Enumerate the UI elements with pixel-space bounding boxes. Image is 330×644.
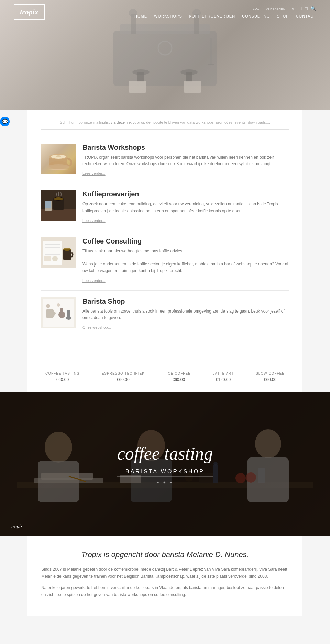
service-koffie-readmore[interactable]: Lees verder... [82, 218, 106, 223]
consulting-img-bg [41, 237, 76, 268]
service-koffieproeverijen: Koffieproeverijen Op zoek naar een leuke… [41, 183, 289, 230]
svg-rect-6 [210, 38, 212, 65]
service-koffie-desc: Op zoek naar een leuke teambuilding, act… [82, 201, 289, 214]
nav-utility: LOG AFREKENEN 0 [253, 7, 294, 10]
subscribe-text-after: voor op de hoogte te blijven van data wo… [132, 120, 270, 124]
svg-rect-45 [67, 310, 70, 319]
hero-section: tropix LOG AFREKENEN 0 f □ 🔍 HOME WORKSH… [0, 0, 330, 110]
service-consulting: Coffee Consulting Til uw zaak naar nieuw… [41, 230, 289, 291]
svg-rect-9 [129, 81, 146, 93]
nav-contact[interactable]: CONTACT [296, 14, 316, 18]
workshop-latte-art-name: LATTE ART [213, 372, 234, 375]
about-para1: Sinds 2007 is Melanie gebeten door de ko… [41, 566, 289, 580]
latte-art-svg [45, 146, 72, 172]
shop-img-bg [41, 297, 76, 328]
workshop-coffee-tasting-price: €60.00 [45, 377, 80, 382]
logo-text: tropix [20, 8, 38, 16]
service-shop-content: Barista Shop Alle barista tools om zowel… [82, 297, 289, 330]
service-shop: Barista Shop Alle barista tools om zowel… [41, 291, 289, 337]
workshop-ice-coffee[interactable]: ICE COFFEE €60.00 [167, 372, 191, 382]
about-section: Tropix is opgericht door barista Melanie… [28, 536, 302, 616]
svg-point-47 [57, 303, 60, 307]
service-shop-image [41, 297, 76, 328]
workshop-slow-coffee[interactable]: SLOW COFFEE €60.00 [256, 372, 285, 382]
main-content: Schrijf u in op onze mailinglist via dez… [28, 110, 302, 347]
service-consulting-title: Coffee Consulting [82, 237, 289, 245]
instagram-icon[interactable]: □ [305, 6, 308, 11]
service-shop-desc: Alle barista tools om zowel thuis alsook… [82, 308, 289, 321]
service-barista-workshops: Barista Workshops TROPIX organiseert bar… [41, 137, 289, 183]
workshops-strip: COFFEE TASTING €60.00 ESPRESSO TECHNIEK … [28, 361, 302, 392]
svg-rect-41 [46, 309, 54, 317]
nav-right: LOG AFREKENEN 0 f □ 🔍 HOME WORKSHOPS KOF… [134, 6, 316, 18]
nav-koffieproeverijen[interactable]: KOFFIEPROEVERIJEN [189, 14, 235, 18]
koffie-img-bg [41, 190, 76, 221]
search-icon[interactable]: 🔍 [310, 6, 316, 11]
service-consulting-content: Coffee Consulting Til uw zaak naar nieuw… [82, 237, 289, 283]
workshop-latte-art-price: €120.00 [213, 377, 234, 382]
service-koffie-title: Koffieproeverijen [82, 190, 289, 198]
workshop-coffee-tasting-name: COFFEE TASTING [45, 372, 80, 375]
workshop-slow-coffee-price: €60.00 [256, 377, 285, 382]
about-para2: Na enkele jaren gewerkt te hebben in ver… [41, 584, 289, 598]
banner-subtitle: BARISTA WORKSHOP [117, 466, 213, 477]
service-consulting-readmore[interactable]: Lees verder... [82, 279, 106, 283]
workshop-coffee-tasting[interactable]: COFFEE TASTING €60.00 [45, 372, 80, 382]
nav-shop[interactable]: SHOP [277, 14, 289, 18]
workshop-latte-art[interactable]: LATTE ART €120.00 [213, 372, 234, 382]
shop-art-svg [41, 297, 76, 328]
spacer [28, 347, 302, 361]
svg-point-19 [56, 155, 61, 157]
svg-rect-0 [113, 31, 217, 86]
svg-point-37 [63, 248, 71, 251]
service-koffie-image [41, 190, 76, 221]
barista-img-bg [41, 144, 76, 174]
banner-title: coffee tasting [117, 444, 213, 462]
svg-rect-22 [41, 209, 76, 221]
subscribe-link[interactable]: via deze link [111, 120, 132, 124]
workshop-ice-coffee-price: €60.00 [167, 377, 191, 382]
workshop-espresso-name: ESPRESSO TECHNIEK [102, 372, 145, 375]
banner-content: coffee tasting BARISTA WORKSHOP ✦ ✦ ✦ [117, 444, 213, 484]
service-barista-content: Barista Workshops TROPIX organiseert bar… [82, 144, 289, 176]
svg-point-35 [52, 256, 58, 261]
workshop-espresso[interactable]: ESPRESSO TECHNIEK €60.00 [102, 372, 145, 382]
svg-point-20 [47, 164, 69, 170]
service-consulting-desc: Til uw zaak naar nieuwe hoogtes met ons … [82, 248, 289, 274]
service-shop-readmore[interactable]: Onze webshop... [82, 325, 111, 329]
service-shop-title: Barista Shop [82, 297, 289, 305]
service-consulting-image [41, 237, 76, 268]
workshop-ice-coffee-name: ICE COFFEE [167, 372, 191, 375]
service-koffie-content: Koffieproeverijen Op zoek naar een leuke… [82, 190, 289, 223]
svg-rect-27 [45, 201, 51, 208]
service-barista-image [41, 144, 76, 174]
messenger-button[interactable]: 💬 [0, 117, 10, 126]
services-list: Barista Workshops TROPIX organiseert bar… [41, 137, 289, 337]
facebook-icon[interactable]: f [301, 6, 302, 11]
navigation: tropix LOG AFREKENEN 0 f □ 🔍 HOME WORKSH… [0, 0, 330, 24]
svg-rect-10 [184, 81, 201, 93]
banner-logo: tropix [7, 521, 27, 531]
svg-rect-36 [63, 249, 72, 260]
nav-home[interactable]: HOME [134, 14, 147, 18]
svg-rect-43 [60, 308, 63, 315]
logo[interactable]: tropix [14, 4, 45, 20]
service-barista-desc: TROPIX organiseert barista workshops voo… [82, 154, 289, 167]
svg-point-25 [54, 197, 63, 200]
about-title: Tropix is opgericht door barista Melanie… [41, 550, 289, 559]
nav-links: HOME WORKSHOPS KOFFIEPROEVERIJEN CONSULT… [134, 14, 316, 18]
svg-point-46 [46, 304, 50, 308]
nav-icons: f □ 🔍 [301, 6, 316, 11]
subscribe-text-before: Schrijf u in op onze mailinglist [60, 120, 111, 124]
banner-dots: ✦ ✦ ✦ [117, 480, 213, 484]
nav-workshops[interactable]: WORKSHOPS [154, 14, 182, 18]
subscribe-bar: Schrijf u in op onze mailinglist via dez… [41, 120, 289, 130]
svg-rect-34 [44, 256, 51, 261]
banner-logo-text: tropix [11, 524, 23, 529]
svg-rect-7 [208, 64, 214, 65]
workshop-espresso-price: €60.00 [102, 377, 145, 382]
coffee-banner: coffee tasting BARISTA WORKSHOP ✦ ✦ ✦ tr… [0, 392, 330, 536]
messenger-icon: 💬 [2, 119, 8, 124]
service-barista-readmore[interactable]: Lees verder... [82, 171, 106, 176]
nav-consulting[interactable]: CONSULTING [242, 14, 270, 18]
